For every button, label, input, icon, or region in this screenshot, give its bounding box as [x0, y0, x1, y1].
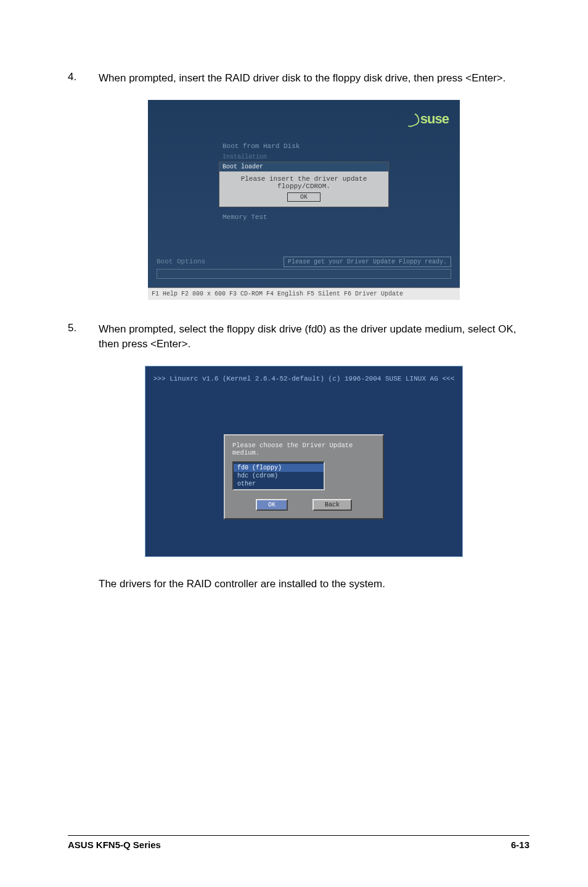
- step-4-number: 4.: [68, 71, 99, 86]
- boot-options-input[interactable]: [157, 269, 451, 279]
- final-result-text: The drivers for the RAID controller are …: [99, 578, 526, 590]
- dialog-prompt: Please choose the Driver Update medium.: [232, 442, 375, 456]
- suse-logo-text: suse: [420, 111, 449, 126]
- function-key-help-bar: F1 Help F2 800 x 600 F3 CD-ROM F4 Englis…: [148, 287, 460, 300]
- driver-update-ready-message: Please get your Driver Update Floppy rea…: [284, 257, 451, 267]
- menu-boot-from-hard-disk: Boot from Hard Disk: [219, 140, 389, 152]
- medium-list[interactable]: fd0 (floppy) hdc (cdrom) other: [232, 461, 325, 490]
- boot-options-label: Boot Options: [157, 258, 205, 265]
- linuxrc-header: >>> Linuxrc v1.6 (Kernel 2.6.4-52-defaul…: [145, 366, 462, 391]
- suse-logo: suse: [404, 111, 449, 127]
- menu-memory-test: Memory Test: [219, 211, 389, 223]
- step-4: 4. When prompted, insert the RAID driver…: [68, 71, 526, 86]
- dialog-message: Please insert the driver update floppy/C…: [223, 175, 385, 190]
- step-5-text: When prompted, select the floppy disk dr…: [99, 322, 526, 352]
- boot-loader-dialog: Boot loader Please insert the driver upd…: [219, 162, 389, 207]
- list-item-hdc[interactable]: hdc (cdrom): [234, 472, 324, 480]
- footer-product-name: ASUS KFN5-Q Series: [68, 840, 161, 850]
- list-item-other[interactable]: other: [234, 480, 324, 488]
- menu-installation: Installation: [219, 152, 389, 162]
- list-item-fd0[interactable]: fd0 (floppy): [234, 464, 324, 472]
- ok-button[interactable]: OK: [287, 192, 321, 202]
- step-5: 5. When prompted, select the floppy disk…: [68, 322, 526, 352]
- back-button[interactable]: Back: [312, 499, 352, 511]
- ok-button[interactable]: OK: [256, 499, 288, 511]
- page-footer: ASUS KFN5-Q Series 6-13: [68, 835, 529, 850]
- dialog-title: Boot loader: [219, 162, 388, 171]
- suse-swirl-icon: [402, 110, 421, 128]
- driver-update-medium-dialog: Please choose the Driver Update medium. …: [224, 434, 384, 519]
- step-4-text: When prompted, insert the RAID driver di…: [99, 71, 505, 86]
- linuxrc-screenshot: >>> Linuxrc v1.6 (Kernel 2.6.4-52-defaul…: [145, 366, 463, 557]
- footer-page-number: 6-13: [511, 840, 529, 850]
- step-5-number: 5.: [68, 322, 99, 352]
- suse-boot-screenshot: suse Boot from Hard Disk Installation Bo…: [148, 100, 460, 300]
